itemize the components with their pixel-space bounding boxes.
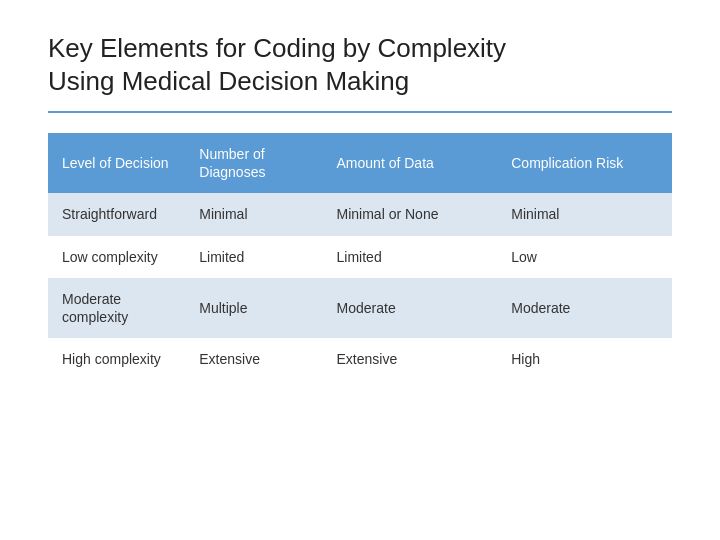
- table-cell: Straightforward: [48, 193, 185, 235]
- table-cell: Extensive: [323, 338, 498, 380]
- table-cell: Multiple: [185, 278, 322, 338]
- table-cell: Moderate: [323, 278, 498, 338]
- page-title: Key Elements for Coding by Complexity Us…: [48, 32, 672, 97]
- table-cell: Limited: [323, 236, 498, 278]
- table-wrapper: Level of Decision Number of Diagnoses Am…: [48, 133, 672, 380]
- header-risk: Complication Risk: [497, 133, 672, 193]
- table-cell: Minimal or None: [323, 193, 498, 235]
- header-diagnoses: Number of Diagnoses: [185, 133, 322, 193]
- table-cell: Moderate complexity: [48, 278, 185, 338]
- title-block: Key Elements for Coding by Complexity Us…: [48, 32, 672, 113]
- title-divider: [48, 111, 672, 113]
- table-cell: Minimal: [185, 193, 322, 235]
- table-cell: Moderate: [497, 278, 672, 338]
- complexity-table: Level of Decision Number of Diagnoses Am…: [48, 133, 672, 380]
- table-cell: Minimal: [497, 193, 672, 235]
- table-row: StraightforwardMinimalMinimal or NoneMin…: [48, 193, 672, 235]
- table-cell: Low: [497, 236, 672, 278]
- table-row: Low complexityLimitedLimitedLow: [48, 236, 672, 278]
- table-header-row: Level of Decision Number of Diagnoses Am…: [48, 133, 672, 193]
- table-row: Moderate complexityMultipleModerateModer…: [48, 278, 672, 338]
- table-row: High complexityExtensiveExtensiveHigh: [48, 338, 672, 380]
- table-cell: Extensive: [185, 338, 322, 380]
- table-cell: Limited: [185, 236, 322, 278]
- header-data: Amount of Data: [323, 133, 498, 193]
- table-cell: High: [497, 338, 672, 380]
- table-cell: Low complexity: [48, 236, 185, 278]
- table-cell: High complexity: [48, 338, 185, 380]
- page-container: Key Elements for Coding by Complexity Us…: [0, 0, 720, 540]
- header-decision: Level of Decision: [48, 133, 185, 193]
